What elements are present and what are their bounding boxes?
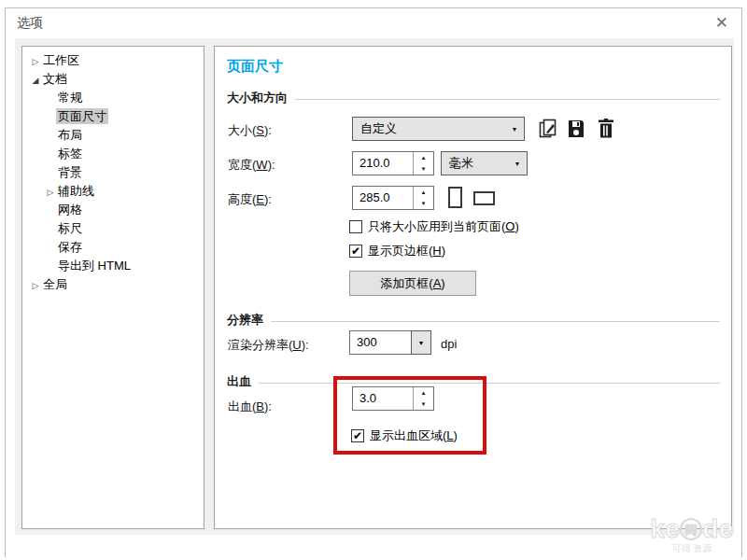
collapse-icon[interactable]: ▷ [30,276,41,295]
spin-down-icon[interactable]: ▼ [414,399,433,410]
options-dialog: 选项 ✕ ▷工作区 ◢文档 常规 页面尺寸 布局 标签 背景 ▷辅助线 网格 标… [5,7,742,557]
spin-down-icon[interactable]: ▼ [414,198,433,209]
size-label: 大小(S): [228,122,272,139]
section-size-orientation: 大小和方向 [227,90,720,106]
chevron-down-icon: ▼ [505,126,524,133]
checkbox-icon[interactable]: ✔ [351,429,364,442]
show-page-border-checkbox[interactable]: ✔ 显示页边框(H) [349,243,445,259]
save-page-size-icon[interactable] [567,119,585,139]
height-input[interactable]: 285.0 ▲▼ [352,186,434,210]
tree-item-save[interactable]: 保存 [22,238,204,257]
edit-page-size-icon[interactable] [539,119,557,139]
height-label: 高度(E): [228,191,272,208]
tree-item-general[interactable]: 常规 [22,89,204,107]
dialog-title: 选项 [17,15,43,32]
spin-up-icon[interactable]: ▲ [414,187,433,198]
size-dropdown[interactable]: 自定义▼ [352,117,525,141]
tree-item-grid[interactable]: 网格 [22,201,204,219]
tree-item-rulers[interactable]: 标尺 [22,219,204,238]
show-page-border-label: 显示页边框(H) [368,243,445,259]
checkbox-icon[interactable]: ✔ [349,245,362,258]
spin-up-icon[interactable]: ▲ [414,152,433,163]
delete-page-size-icon[interactable] [597,119,615,139]
tree-item-export-html[interactable]: 导出到 HTML [22,257,204,275]
spin-up-icon[interactable]: ▲ [414,387,433,399]
chevron-down-icon: ▼ [508,161,527,167]
apply-current-page-checkbox[interactable]: 只将大小应用到当前页面(O) [349,218,519,235]
show-bleed-area-label: 显示出血区域(L) [370,427,458,444]
unit-dropdown[interactable]: 毫米▼ [441,151,528,175]
collapse-icon[interactable]: ▷ [30,52,41,71]
tree-item-global[interactable]: ▷全局 [22,275,204,294]
dpi-label: dpi [441,337,457,351]
apply-current-page-label: 只将大小应用到当前页面(O) [368,218,519,235]
portrait-icon[interactable] [448,187,462,208]
category-tree-panel: ▷工作区 ◢文档 常规 页面尺寸 布局 标签 背景 ▷辅助线 网格 标尺 保存 … [21,46,204,529]
resolution-dropdown[interactable]: 300 ▼ [349,330,431,355]
checkbox-icon[interactable] [349,220,362,233]
watermark: ke阔de 可得 资源 [650,515,734,555]
watermark-logo-icon: 阔 [680,518,702,540]
category-tree: ▷工作区 ◢文档 常规 页面尺寸 布局 标签 背景 ▷辅助线 网格 标尺 保存 … [22,47,204,294]
tree-item-workspace[interactable]: ▷工作区 [22,51,204,70]
collapse-icon[interactable]: ▷ [45,183,56,202]
width-label: 宽度(W): [228,157,275,174]
landscape-icon[interactable] [473,191,495,205]
close-icon[interactable]: ✕ [715,13,728,33]
expand-icon[interactable]: ◢ [30,71,41,90]
title-bar: 选项 ✕ [6,8,741,38]
tree-item-label[interactable]: 标签 [22,145,204,163]
tree-item-layout[interactable]: 布局 [22,126,204,145]
page-title: 页面尺寸 [227,58,283,76]
add-page-frame-button[interactable]: 添加页框(A) [349,271,476,296]
tree-item-page-size[interactable]: 页面尺寸 [22,107,204,126]
tree-item-background[interactable]: 背景 [22,163,204,182]
width-input[interactable]: 210.0 ▲▼ [352,151,434,175]
bleed-label: 出血(B): [228,399,272,415]
chevron-down-icon: ▼ [411,330,431,355]
section-resolution: 分辨率 [227,312,720,329]
render-resolution-label: 渲染分辨率(U): [228,337,309,354]
tree-item-document[interactable]: ◢文档 [22,70,204,89]
show-bleed-area-checkbox[interactable]: ✔ 显示出血区域(L) [351,427,458,444]
bleed-input[interactable]: 3.0 ▲▼ [352,386,434,411]
spin-down-icon[interactable]: ▼ [414,163,433,175]
page-size-panel: 页面尺寸 大小和方向 大小(S): 自定义▼ 宽度(W): [214,46,732,529]
section-bleed: 出血 [227,373,720,390]
tree-item-guidelines[interactable]: ▷辅助线 [22,182,204,201]
